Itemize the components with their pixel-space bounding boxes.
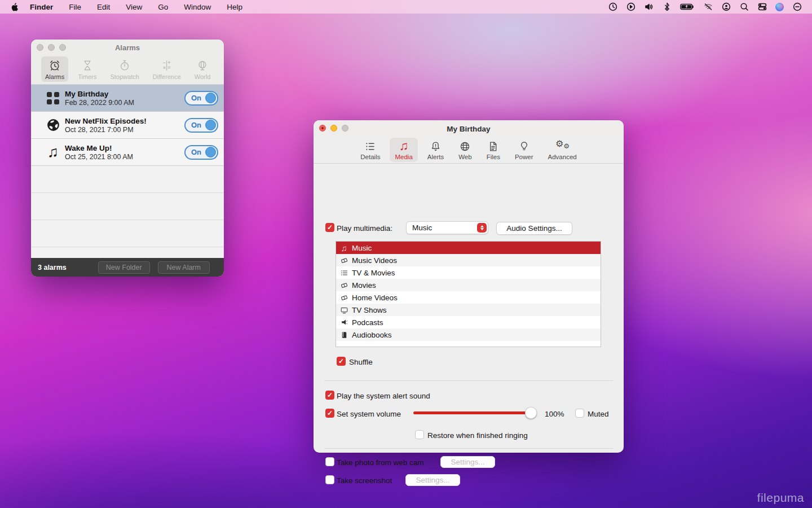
restore-label: Restore when finished ringing [427,431,528,440]
tab-advanced[interactable]: ⚙⚙ Advanced [543,138,582,162]
media-row-audiobooks[interactable]: Audiobooks [336,329,601,341]
media-row-tv-shows[interactable]: TV Shows [336,304,601,316]
tab-label: Alarms [45,73,64,80]
alarm-datetime: Feb 28, 2022 9:00 AM [65,99,134,107]
menu-view[interactable]: View [126,3,142,11]
alarms-titlebar[interactable]: Alarms [31,40,224,55]
bluetooth-icon[interactable] [662,2,672,12]
media-row-movies[interactable]: Movies [336,279,601,291]
muted-checkbox[interactable] [575,409,584,418]
toggle-knob [205,120,216,130]
book-icon [339,330,348,339]
new-folder-button[interactable]: New Folder [98,261,150,274]
close-button[interactable] [319,125,326,132]
menu-file[interactable]: File [69,3,81,11]
world-icon [196,59,209,72]
ticket-icon [339,281,348,290]
battery-charging-icon[interactable] [680,2,695,12]
media-row-music[interactable]: ♫ Music [336,242,601,254]
select-stepper-icon [477,223,487,233]
close-button[interactable] [37,44,43,51]
zoom-button[interactable] [59,44,66,51]
alarm-title: Wake Me Up! [65,144,133,152]
screenshot-checkbox[interactable] [325,475,334,484]
alarms-footer: 3 alarms New Folder New Alarm [31,258,224,277]
alarm-title: My Birthday [65,90,134,98]
tab-alerts[interactable]: Alerts [422,138,449,162]
new-alarm-button[interactable]: New Alarm [158,261,210,274]
do-not-disturb-icon[interactable] [792,2,802,12]
alarm-datetime: Oct 25, 2021 8:00 AM [65,153,133,161]
shuffle-label: Shuffle [349,358,373,366]
volume-icon[interactable] [644,2,654,12]
alarm-toggle[interactable]: On [184,118,218,133]
alarm-title: New NetFlix Episodes! [65,117,147,125]
siri-icon[interactable] [775,3,784,11]
tab-power[interactable]: Power [510,138,539,162]
tab-media[interactable]: ♫ Media [390,138,417,162]
volume-slider-knob[interactable] [525,407,537,419]
set-volume-label: Set system volume [337,410,401,418]
tab-timers[interactable]: Timers [74,56,100,82]
audio-settings-button[interactable]: Audio Settings... [496,222,572,235]
alarm-row-my-birthday[interactable]: My Birthday Feb 28, 2022 9:00 AM On [31,85,224,112]
menu-window[interactable]: Window [184,3,211,11]
window-title: Alarms [115,43,140,52]
tv-icon [339,305,348,314]
media-note-icon: ♫ [399,139,409,153]
menu-go[interactable]: Go [158,3,168,11]
tab-files[interactable]: Files [482,138,505,162]
podcast-icon [339,318,348,327]
alarm-row-wake-me-up[interactable]: ♫ Wake Me Up! Oct 25, 2021 8:00 AM On [31,139,224,166]
screenshot-settings-button[interactable]: Settings... [405,474,460,486]
multimedia-type-select[interactable]: Music [406,221,488,234]
menubar-app-name[interactable]: Finder [30,3,53,11]
search-icon[interactable] [739,2,749,12]
muted-label: Muted [588,410,609,418]
webcam-checkbox[interactable] [325,457,334,466]
user-circle-icon[interactable] [721,2,731,12]
minimize-button[interactable] [48,44,55,51]
wifi-off-icon[interactable] [703,2,713,12]
hourglass-icon [81,59,94,72]
tab-label: Timers [78,73,96,80]
globe-icon [43,118,63,132]
play-circle-icon[interactable] [626,2,636,12]
document-icon [487,139,499,153]
alarm-toggle[interactable]: On [184,91,218,106]
media-row-home-videos[interactable]: Home Videos [336,291,601,304]
clock-icon[interactable] [608,2,617,12]
volume-slider[interactable] [413,411,533,414]
set-volume-checkbox[interactable] [325,409,334,418]
zoom-button[interactable] [342,125,348,132]
alarms-toolbar: Alarms Timers Stopwatch −|+×|= Differenc… [31,55,224,85]
media-row-podcasts[interactable]: Podcasts [336,316,601,329]
tab-details[interactable]: Details [355,138,385,162]
media-row-tv-movies[interactable]: TV & Movies [336,266,601,279]
tab-alarms[interactable]: Alarms [41,56,68,82]
webcam-settings-button[interactable]: Settings... [440,456,495,468]
shuffle-checkbox[interactable] [337,357,346,366]
menu-help[interactable]: Help [227,3,242,11]
section-divider [324,448,613,449]
media-row-music-videos[interactable]: Music Videos [336,254,601,266]
play-multimedia-checkbox[interactable] [325,223,334,232]
restore-checkbox[interactable] [415,430,424,439]
tab-world[interactable]: World [191,56,215,82]
empty-list-row [31,193,224,220]
apple-menu[interactable] [10,2,19,12]
selected-option: Music [412,224,432,232]
alert-sound-checkbox[interactable] [325,391,334,400]
alarms-window: Alarms Alarms Timers Stopwatch −|+×|= Di… [31,40,224,277]
menu-edit[interactable]: Edit [97,3,110,11]
minimize-button[interactable] [330,125,337,132]
control-center-icon[interactable] [757,2,767,12]
birthday-titlebar[interactable]: My Birthday [314,120,624,137]
tab-web[interactable]: Web [453,138,476,162]
alarm-toggle[interactable]: On [184,145,218,160]
tab-stopwatch[interactable]: Stopwatch [106,56,143,82]
alarm-row-netflix[interactable]: New NetFlix Episodes! Oct 28, 2021 7:00 … [31,112,224,139]
tab-difference[interactable]: −|+×|= Difference [149,56,185,82]
screenshot-label: Take screenshot [337,476,392,485]
tab-label: Stopwatch [110,73,139,80]
